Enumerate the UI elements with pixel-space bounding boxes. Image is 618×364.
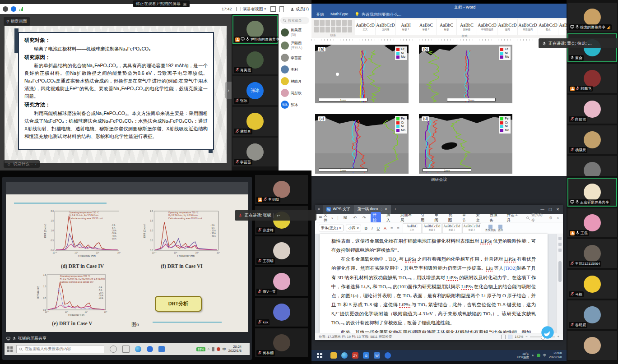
- tell-me-box[interactable]: 💡告诉我您想要做什么...: [355, 12, 402, 18]
- word-document-canvas[interactable]: (a) Cr Ni Mo 1mm (b) Cr Ni Mo 1mm (c) Fe…: [311, 42, 567, 176]
- minimize-button[interactable]: —: [540, 207, 544, 212]
- font-size-select[interactable]: 小四 ∨: [346, 225, 361, 231]
- file-menu[interactable]: ☰文件∨: [319, 212, 333, 223]
- layout-icon[interactable]: [279, 6, 284, 12]
- participant-tile[interactable]: 微V一笑: [255, 267, 308, 296]
- font-name-select[interactable]: 宋体(正文) ∨: [319, 225, 344, 231]
- wps-style-card[interactable]: AaBbCcDd 标题 3: [462, 223, 481, 233]
- collapse-panel-handle[interactable]: ›: [225, 82, 232, 99]
- meeting-app-icon[interactable]: [158, 346, 165, 352]
- paragraph-group-icons[interactable]: [314, 20, 352, 32]
- reply-arrow-icon[interactable]: ↩: [274, 213, 280, 218]
- participant-tile[interactable]: [567, 156, 617, 176]
- assistant-bird-icon[interactable]: [541, 326, 554, 339]
- member-row[interactable]: 尹熙煦 (主持人): [279, 39, 311, 52]
- style-card[interactable]: AaBbCcD 无间隔: [376, 19, 396, 35]
- phone-app-icon[interactable]: [147, 346, 153, 352]
- participant-tile[interactable]: 白如雪: [567, 95, 617, 124]
- style-card[interactable]: AaBbCcD 要点: [538, 19, 558, 35]
- task-view-icon[interactable]: [122, 346, 130, 353]
- collapse-ribbon-icon[interactable]: ∧: [557, 216, 559, 220]
- style-card[interactable]: AaBbC 副标题: [457, 19, 477, 35]
- taskbar-clock[interactable]: 20:242022/1/8: [228, 345, 242, 353]
- wps-taskbar-icon[interactable]: W: [374, 352, 380, 359]
- member-row[interactable]: 李利: [279, 64, 311, 75]
- member-row[interactable]: 林皓月: [279, 75, 311, 87]
- find-command-box[interactable]: 查找命令: [526, 212, 545, 223]
- g-app-icon[interactable]: G: [363, 352, 369, 359]
- side-toolbar[interactable]: [557, 234, 563, 333]
- close-doc-icon[interactable]: ×: [385, 207, 387, 212]
- ime-indicator[interactable]: 中: [223, 347, 226, 352]
- pin-doc-icon[interactable]: ◌: [381, 207, 383, 212]
- wps-tool[interactable]: 查找替换: [485, 225, 496, 232]
- document-page[interactable]: 极性表面，这使得金属氧化物在用作锂硫电池正极催化材料时表现出对 LiPSs 优异…: [320, 234, 548, 333]
- wps-tool[interactable]: 选择: [498, 225, 503, 232]
- view-mode-dropdown[interactable]: 演讲者视图▾: [236, 6, 266, 12]
- participant-tile[interactable]: kak: [255, 298, 308, 327]
- zy-app-icon[interactable]: ZY: [352, 352, 358, 359]
- participant-tile[interactable]: 杨紫辰: [567, 125, 617, 154]
- info-icon[interactable]: [3, 6, 8, 12]
- participant-tile[interactable]: 春明威: [567, 300, 617, 329]
- member-row[interactable]: 肖美霞 (我): [279, 26, 311, 39]
- taskbar-search-input[interactable]: 在这里输入你要搜索的内容: [16, 345, 104, 353]
- undo-icon[interactable]: ↶: [352, 216, 358, 220]
- fullscreen-icon[interactable]: [270, 6, 276, 12]
- ime-indicator[interactable]: 中: [543, 353, 546, 358]
- participant-tile[interactable]: 张冰 张冰: [232, 76, 278, 105]
- meeting-app-icon[interactable]: [385, 352, 391, 359]
- wps-style-card[interactable]: AaBbC 正文: [403, 223, 422, 233]
- close-button[interactable]: ✕: [556, 207, 559, 212]
- chat-input[interactable]: ☺说点什么...‹: [4, 160, 40, 168]
- underline-button[interactable]: U: [376, 226, 381, 230]
- font-color-button[interactable]: A: [383, 226, 387, 230]
- participant-tile[interactable]: 王磊: [567, 208, 617, 237]
- emoji-icon[interactable]: ☺: [7, 162, 11, 166]
- participant-tile[interactable]: 王嘉轩的屏幕共享: [567, 178, 617, 207]
- edge-icon[interactable]: [135, 346, 141, 352]
- bold-button[interactable]: B: [363, 226, 368, 230]
- zoom-out-button[interactable]: −: [525, 335, 527, 339]
- wps-style-card[interactable]: AaBbCcDd 标题 1: [423, 223, 441, 233]
- align-left-icon[interactable]: ≡: [390, 226, 394, 230]
- participant-tile[interactable]: 李晶阳: [255, 175, 308, 204]
- participant-tile[interactable]: 肖美霞: [232, 46, 278, 74]
- page-view-icon[interactable]: [501, 335, 506, 339]
- start-button[interactable]: [317, 353, 322, 358]
- style-card[interactable]: AaBbCcD 不明显强调: [477, 19, 497, 35]
- style-card[interactable]: AaBbCcD 强调: [497, 19, 518, 35]
- new-tab-button[interactable]: +: [391, 207, 400, 212]
- style-card[interactable]: AaBbC 标题: [437, 19, 457, 35]
- tray-expand-icon[interactable]: ^: [208, 347, 209, 351]
- ribbon-settings-icon[interactable]: ⚙: [549, 216, 553, 220]
- participant-tile[interactable]: 尹熙煦的屏幕共享: [232, 15, 278, 44]
- participant-tile[interactable]: 马颖: [567, 270, 617, 299]
- participant-tile[interactable]: 徐龙的屏幕共享: [567, 3, 617, 32]
- pin-view-button[interactable]: ⚲锁定画面: [4, 17, 30, 26]
- zoom-in-button[interactable]: +: [558, 335, 559, 339]
- participant-tile[interactable]: 何林楠: [255, 328, 308, 357]
- read-view-icon[interactable]: [508, 335, 512, 339]
- member-row[interactable]: 闫彤欣: [279, 87, 311, 99]
- edge-icon[interactable]: [341, 352, 348, 359]
- save-icon[interactable]: 🖫: [342, 216, 348, 220]
- style-card[interactable]: AaBbC 标题 2: [416, 19, 437, 35]
- participant-tile[interactable]: 王羽晴: [255, 236, 308, 265]
- participant-tile[interactable]: 李苗苗: [232, 138, 278, 166]
- cortana-icon[interactable]: [110, 346, 117, 353]
- ribbon-tab[interactable]: MathType: [330, 12, 348, 18]
- style-card[interactable]: AaBbCcD 正文: [355, 19, 376, 35]
- tray-expand-icon[interactable]: ∧: [532, 354, 534, 357]
- file-explorer-icon[interactable]: [330, 352, 337, 359]
- participant-tile[interactable]: 王苗212115064: [567, 239, 617, 268]
- participant-tile[interactable]: 林皓月: [232, 107, 278, 136]
- member-row[interactable]: 李苗苗: [279, 52, 311, 64]
- member-row[interactable]: 张冰 张冰: [279, 99, 311, 111]
- wps-style-card[interactable]: AaBbCcDd 标题 2: [442, 223, 461, 233]
- notification-corner[interactable]: [244, 346, 247, 353]
- member-search-input[interactable]: 搜索成员: [280, 17, 309, 24]
- style-card[interactable]: AaBI 标题 1: [396, 19, 416, 35]
- participant-tile[interactable]: [567, 331, 617, 360]
- ribbon-tab[interactable]: 开始: [316, 12, 324, 18]
